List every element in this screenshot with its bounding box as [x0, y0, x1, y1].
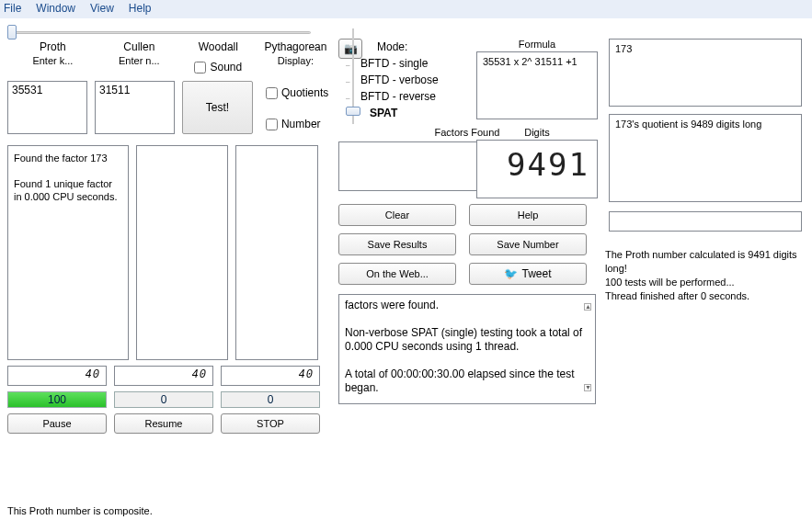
number-label: Number	[281, 118, 321, 130]
label-display: Display:	[262, 55, 329, 70]
menu-bar: File Window View Help	[0, 0, 812, 18]
clear-button[interactable]: Clear	[338, 204, 456, 226]
status-bar: This Proth number is composite.	[7, 505, 153, 516]
digits-label: Digits	[476, 127, 598, 138]
menu-file[interactable]: File	[4, 2, 21, 17]
pause-button[interactable]: Pause	[7, 413, 107, 434]
label-enter-n: Enter n...	[98, 55, 180, 70]
input-n[interactable]: 31511	[95, 81, 175, 134]
sound-checkbox[interactable]	[194, 62, 206, 73]
stop-button[interactable]: STOP	[221, 413, 320, 434]
screenshot-button[interactable]: 📷	[338, 39, 362, 59]
mode-slider[interactable]	[346, 107, 360, 119]
quotients-checkbox[interactable]	[266, 87, 278, 99]
scrollbar[interactable]: ▲▼	[584, 302, 593, 396]
progress-a: 100	[7, 391, 107, 408]
output-1[interactable]: 173	[609, 39, 802, 107]
right-log: The Proth number calculated is 9491 digi…	[605, 248, 811, 303]
input-k[interactable]: 35531	[7, 81, 87, 134]
column-cullen: Cullen	[98, 39, 180, 55]
column-proth: Proth	[7, 39, 98, 55]
output-2[interactable]: 173's quotient is 9489 digits long	[609, 114, 802, 202]
log-box-2[interactable]	[136, 145, 228, 360]
progress-b: 0	[114, 391, 213, 408]
number-checkbox[interactable]	[266, 119, 278, 130]
mid-log[interactable]: factors were found. Non-verbose SPAT (si…	[338, 294, 596, 404]
menu-window[interactable]: Window	[36, 2, 75, 17]
progress-c: 0	[221, 391, 320, 408]
resume-button[interactable]: Resume	[114, 413, 213, 434]
menu-help[interactable]: Help	[129, 2, 152, 17]
log-box-3[interactable]	[235, 145, 318, 360]
on-the-web-button[interactable]: On the Web...	[338, 263, 456, 285]
lcd-b: 40	[114, 366, 213, 386]
lcd-c: 40	[221, 366, 320, 386]
quotients-label: Quotients	[281, 86, 328, 99]
digits-box: 9491	[476, 140, 598, 198]
test-button[interactable]: Test!	[182, 81, 253, 134]
column-pythagorean: Pythagorean	[262, 39, 329, 55]
sound-label: Sound	[210, 61, 242, 73]
camera-icon: 📷	[344, 42, 358, 55]
label-enter-k: Enter k...	[7, 55, 98, 70]
formula-box[interactable]: 35531 x 2^ 31511 +1	[476, 51, 598, 119]
menu-view[interactable]: View	[90, 2, 114, 17]
formula-label: Formula	[476, 39, 598, 50]
mode-item-3[interactable]: SPAT	[370, 107, 397, 119]
lcd-a: 40	[7, 366, 107, 386]
mode-item-1[interactable]: BFTD - verbose	[360, 73, 439, 86]
save-results-button[interactable]: Save Results	[338, 233, 456, 255]
log-box-1[interactable]: Found the factor 173 Found 1 unique fact…	[7, 145, 129, 360]
output-3[interactable]	[609, 211, 802, 232]
column-woodall: Woodall	[180, 39, 257, 55]
mode-item-2[interactable]: BFTD - reverse	[360, 90, 436, 103]
mode-item-0[interactable]: BFTD - single	[360, 57, 428, 70]
